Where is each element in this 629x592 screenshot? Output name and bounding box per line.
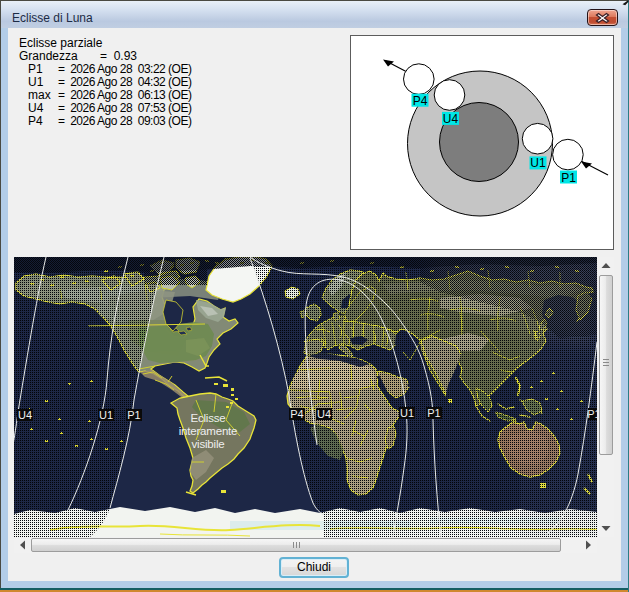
svg-text:U4: U4 [18,409,32,421]
svg-text:U1: U1 [530,156,546,170]
svg-text:P4: P4 [290,408,303,420]
svg-text:U1: U1 [400,407,414,419]
svg-text:interamente: interamente [179,425,238,437]
svg-text:visibile: visibile [192,438,225,450]
svg-text:Eclisse: Eclisse [190,412,225,424]
svg-text:U4: U4 [443,112,459,126]
svg-text:P1: P1 [427,407,440,419]
svg-text:P4: P4 [413,94,428,108]
svg-text:U4: U4 [317,408,331,420]
svg-text:P1: P1 [127,409,140,421]
svg-text:U1: U1 [99,409,113,421]
svg-text:P1: P1 [561,171,576,185]
